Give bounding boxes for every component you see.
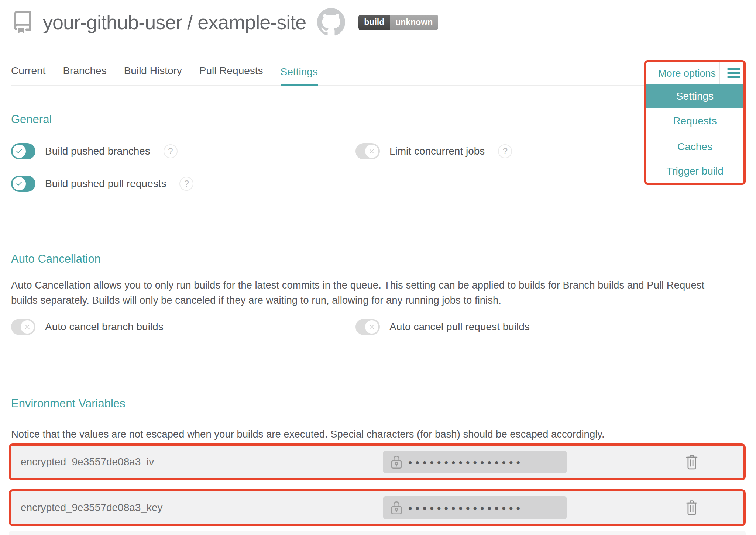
repo-book-icon xyxy=(11,11,34,34)
toggle-auto-cancel-pull-request-builds[interactable] xyxy=(355,319,380,335)
menu-divider xyxy=(719,62,720,84)
section-title-general: General xyxy=(11,113,52,126)
toggle-label: Build pushed branches xyxy=(45,145,150,157)
toggle-limit-concurrent-jobs[interactable] xyxy=(355,143,380,159)
env-var-value-field[interactable]: •••••••••••••••• xyxy=(383,451,567,473)
check-icon xyxy=(13,145,26,158)
help-icon[interactable]: ? xyxy=(179,177,193,191)
setting-auto-cancel-pull-request-builds: Auto cancel pull request builds xyxy=(355,319,530,335)
section-title-environment-variables: Environment Variables xyxy=(11,397,126,410)
hamburger-icon[interactable] xyxy=(727,68,740,80)
menu-item-settings[interactable]: Settings xyxy=(646,84,743,108)
check-icon xyxy=(13,177,26,190)
help-icon[interactable]: ? xyxy=(164,144,178,158)
x-icon xyxy=(365,320,378,334)
tab-build-history[interactable]: Build History xyxy=(124,65,182,85)
tab-settings[interactable]: Settings xyxy=(281,66,318,86)
masked-value: •••••••••••••••• xyxy=(408,502,523,514)
setting-auto-cancel-branch-builds: Auto cancel branch builds xyxy=(11,319,164,335)
badge-status: unknown xyxy=(390,15,438,30)
tab-bar: Current Branches Build History Pull Requ… xyxy=(11,65,745,86)
menu-item-requests[interactable]: Requests xyxy=(646,108,743,134)
setting-build-pushed-branches: Build pushed branches ? xyxy=(11,143,178,159)
tab-pull-requests[interactable]: Pull Requests xyxy=(199,65,263,85)
env-var-row: encrypted_9e3557de08a3_key •••••••••••••… xyxy=(9,489,746,526)
toggle-auto-cancel-branch-builds[interactable] xyxy=(11,319,35,335)
github-icon[interactable] xyxy=(317,8,345,36)
env-var-name[interactable]: encrypted_9e3557de08a3_key xyxy=(21,502,163,514)
lock-icon xyxy=(389,454,404,470)
travis-settings-page: your-github-user / example-site build un… xyxy=(0,0,756,535)
auto-cancellation-description: Auto Cancellation allows you to only run… xyxy=(11,277,725,308)
tab-current[interactable]: Current xyxy=(11,65,45,85)
environment-variables-notice: Notice that the values are not escaped w… xyxy=(11,427,735,442)
badge-label: build xyxy=(358,15,390,30)
toggle-build-pushed-branches[interactable] xyxy=(11,143,35,159)
toggle-label: Auto cancel pull request builds xyxy=(389,321,530,333)
toggle-label: Limit concurrent jobs xyxy=(389,145,485,157)
lock-icon xyxy=(389,500,404,516)
x-icon xyxy=(21,320,34,334)
section-divider xyxy=(11,207,745,207)
env-var-row: encrypted_9e3557de08a3_iv ••••••••••••••… xyxy=(9,443,746,480)
help-icon[interactable]: ? xyxy=(498,144,512,158)
more-options-label: More options xyxy=(658,68,716,79)
repo-header: your-github-user / example-site build un… xyxy=(11,8,438,36)
env-var-name[interactable]: encrypted_9e3557de08a3_iv xyxy=(21,456,154,468)
menu-item-trigger-build[interactable]: Trigger build xyxy=(646,160,743,183)
tab-branches[interactable]: Branches xyxy=(63,65,106,85)
setting-build-pushed-pull-requests: Build pushed pull requests ? xyxy=(11,176,193,192)
section-divider xyxy=(11,359,745,359)
x-icon xyxy=(365,145,378,158)
build-status-badge: build unknown xyxy=(358,15,438,30)
toggle-build-pushed-pull-requests[interactable] xyxy=(11,176,35,192)
more-options-menu: More options Settings Requests Caches Tr… xyxy=(644,60,746,185)
env-var-value-field[interactable]: •••••••••••••••• xyxy=(383,496,567,519)
trash-icon[interactable] xyxy=(684,453,700,471)
section-title-auto-cancellation: Auto Cancellation xyxy=(11,252,101,266)
menu-item-caches[interactable]: Caches xyxy=(646,134,743,160)
next-row-edge xyxy=(9,531,746,535)
toggle-label: Auto cancel branch builds xyxy=(45,321,164,333)
setting-limit-concurrent-jobs: Limit concurrent jobs ? xyxy=(355,143,512,159)
trash-icon[interactable] xyxy=(684,498,700,517)
more-options-header[interactable]: More options xyxy=(646,62,743,84)
page-title: your-github-user / example-site xyxy=(43,11,306,34)
masked-value: •••••••••••••••• xyxy=(408,456,523,468)
toggle-label: Build pushed pull requests xyxy=(45,178,166,190)
